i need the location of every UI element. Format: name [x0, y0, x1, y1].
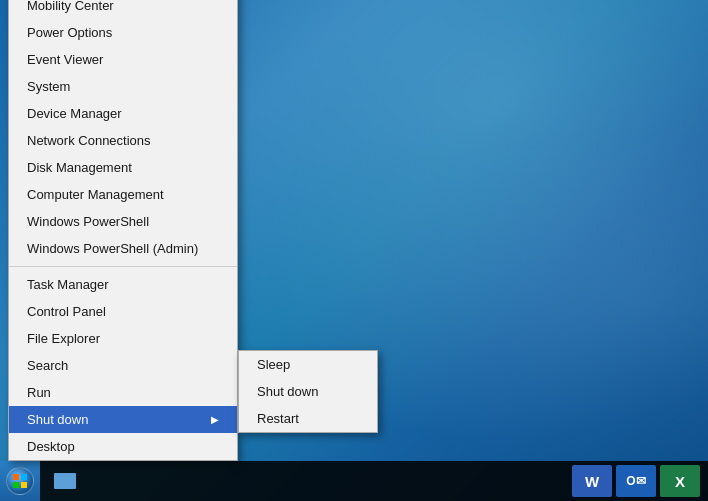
menu-item-label-device-manager: Device Manager: [27, 106, 122, 121]
submenu-item-sleep[interactable]: Sleep: [239, 351, 377, 378]
context-menu: Programs and FeaturesMobility CenterPowe…: [8, 0, 238, 461]
excel-taskbar-icon[interactable]: X: [660, 465, 700, 497]
taskbar-items: [40, 461, 564, 501]
menu-item-label-system: System: [27, 79, 70, 94]
menu-item-computer-management[interactable]: Computer Management: [9, 181, 237, 208]
menu-item-event-viewer[interactable]: Event Viewer: [9, 46, 237, 73]
menu-item-label-mobility-center: Mobility Center: [27, 0, 114, 13]
menu-arrow-shut-down: ▶: [211, 414, 219, 425]
menu-item-label-powershell: Windows PowerShell: [27, 214, 149, 229]
menu-item-powershell-admin[interactable]: Windows PowerShell (Admin): [9, 235, 237, 262]
menu-item-powershell[interactable]: Windows PowerShell: [9, 208, 237, 235]
menu-item-device-manager[interactable]: Device Manager: [9, 100, 237, 127]
menu-separator: [9, 266, 237, 267]
thumbnail-image: [54, 473, 76, 489]
menu-item-mobility-center[interactable]: Mobility Center: [9, 0, 237, 19]
menu-item-label-powershell-admin: Windows PowerShell (Admin): [27, 241, 198, 256]
menu-item-label-network-connections: Network Connections: [27, 133, 151, 148]
submenu-item-restart[interactable]: Restart: [239, 405, 377, 432]
menu-item-label-control-panel: Control Panel: [27, 304, 106, 319]
taskbar: W O✉ X: [0, 461, 708, 501]
svg-rect-1: [21, 474, 27, 480]
menu-item-label-run: Run: [27, 385, 51, 400]
menu-item-network-connections[interactable]: Network Connections: [9, 127, 237, 154]
menu-item-run[interactable]: Run: [9, 379, 237, 406]
submenu-item-label-shut-down-sub: Shut down: [257, 384, 318, 399]
outlook-label: O✉: [626, 474, 645, 488]
taskbar-tray: W O✉ X: [564, 465, 708, 497]
taskbar-thumbnail-1[interactable]: [46, 463, 146, 499]
svg-rect-0: [13, 474, 19, 480]
menu-item-desktop-item[interactable]: Desktop: [9, 433, 237, 460]
submenu-item-label-restart: Restart: [257, 411, 299, 426]
start-button[interactable]: [0, 461, 40, 501]
menu-item-label-shut-down: Shut down: [27, 412, 88, 427]
menu-item-disk-management[interactable]: Disk Management: [9, 154, 237, 181]
submenu-item-label-sleep: Sleep: [257, 357, 290, 372]
menu-item-search[interactable]: Search: [9, 352, 237, 379]
menu-item-file-explorer[interactable]: File Explorer: [9, 325, 237, 352]
menu-item-system[interactable]: System: [9, 73, 237, 100]
word-label: W: [585, 473, 599, 490]
menu-item-label-event-viewer: Event Viewer: [27, 52, 103, 67]
word-taskbar-icon[interactable]: W: [572, 465, 612, 497]
menu-item-task-manager[interactable]: Task Manager: [9, 271, 237, 298]
menu-item-control-panel[interactable]: Control Panel: [9, 298, 237, 325]
svg-rect-3: [21, 482, 27, 488]
menu-item-label-file-explorer: File Explorer: [27, 331, 100, 346]
menu-item-label-task-manager: Task Manager: [27, 277, 109, 292]
outlook-taskbar-icon[interactable]: O✉: [616, 465, 656, 497]
menu-item-shut-down[interactable]: Shut down▶: [9, 406, 237, 433]
menu-item-label-disk-management: Disk Management: [27, 160, 132, 175]
submenu-shutdown: SleepShut downRestart: [238, 350, 378, 433]
menu-item-label-desktop-item: Desktop: [27, 439, 75, 454]
submenu-item-shut-down-sub[interactable]: Shut down: [239, 378, 377, 405]
svg-rect-2: [13, 482, 19, 488]
menu-item-power-options[interactable]: Power Options: [9, 19, 237, 46]
menu-item-label-power-options: Power Options: [27, 25, 112, 40]
excel-label: X: [675, 473, 685, 490]
desktop: Programs and FeaturesMobility CenterPowe…: [0, 0, 708, 501]
start-orb: [6, 467, 34, 495]
menu-item-label-computer-management: Computer Management: [27, 187, 164, 202]
menu-item-label-search: Search: [27, 358, 68, 373]
